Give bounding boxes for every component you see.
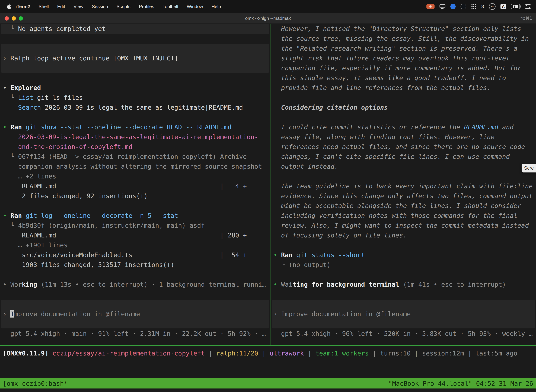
terminal-row: gpt-5.4 xhigh · 96% left · 520K in · 5.8…	[273, 329, 536, 339]
right-agent-pane: However, I noticed the "Directory Struct…	[273, 24, 536, 339]
screen-recording-indicator[interactable]	[426, 4, 435, 9]
blue-app-icon[interactable]	[450, 4, 456, 9]
terminal-content: └ No agents completed yet› Ralph loop ac…	[0, 24, 536, 392]
terminal-row	[273, 319, 536, 329]
terminal-row: README.md | 280 +	[3, 230, 269, 240]
terminal-row: 1903 files changed, 513517 insertions(+)	[3, 260, 269, 270]
apple-logo-icon	[6, 4, 11, 9]
load-gauge-icon[interactable]: .61	[489, 3, 496, 10]
terminal-row: … +1901 lines	[3, 240, 269, 250]
terminal-row	[273, 289, 536, 299]
terminal-row: might be acceptable alongside the file l…	[273, 201, 536, 211]
terminal-row: 2 files changed, 92 insertions(+)	[3, 191, 269, 201]
pane-divider[interactable]	[270, 24, 270, 345]
stat-counter[interactable]: 8	[481, 4, 484, 9]
terminal-row	[3, 319, 269, 329]
terminal-row	[273, 299, 536, 309]
dots-grid-icon[interactable]	[471, 4, 476, 9]
edge-tooltip[interactable]: Scre	[522, 164, 536, 173]
terminal-row: companion analysis without altering the …	[3, 162, 269, 171]
tmux-session-label[interactable]: [omx-cczip0:bash*	[3, 380, 67, 387]
terminal-row: The team guideline is to back every impo…	[273, 181, 536, 191]
menu-shell[interactable]: Shell	[34, 4, 53, 9]
window-title: omx --xhigh --madmax	[0, 13, 536, 23]
terminal-row: changes, I can't cite specific file line…	[273, 152, 536, 162]
terminal-row: gpt-5.4 xhigh · main · 91% left · 2.31M …	[3, 329, 269, 339]
terminal-row: the "Related research writing" section i…	[273, 44, 536, 53]
terminal-row: references need actual files, and since …	[273, 142, 536, 152]
terminal-row: essay file, along with finding root file…	[273, 132, 536, 142]
terminal-row: Considering citation options	[273, 103, 536, 112]
terminal-row	[3, 44, 269, 53]
terminal-row: However, I noticed the "Directory Struct…	[273, 24, 536, 34]
terminal-row: • Ran git status --short	[273, 250, 536, 260]
terminal-row: … +2 lines	[3, 171, 269, 181]
apple-menu[interactable]	[6, 4, 11, 9]
menu-items: iTerm2ShellEditViewSessionScriptsProfile…	[11, 4, 225, 9]
terminal-row: I could cite commit statistics or refere…	[273, 122, 536, 132]
terminal-row: evidence. Since this change only affects…	[273, 191, 536, 201]
menu-window[interactable]: Window	[182, 4, 207, 9]
recording-dot-icon	[429, 5, 431, 8]
terminal-row	[3, 299, 269, 309]
edge-tooltip-text: Scre	[524, 165, 534, 171]
terminal-row: └ (no output)	[273, 260, 536, 270]
terminal-row: └ 067f154 (HEAD -> essay/ai-reimplementa…	[3, 152, 269, 162]
window-title-bar[interactable]: omx --xhigh --madmax ⌥⌘1	[0, 13, 536, 24]
tmux-status-bar: [omx-cczip0:bash* "MacBook-Pro-44.local"…	[0, 378, 536, 388]
menu-toolbelt[interactable]: Toolbelt	[158, 4, 183, 9]
terminal-row: and-the-erosion-of-copyleft.md	[3, 142, 269, 152]
menu-scripts[interactable]: Scripts	[112, 4, 134, 9]
display-icon[interactable]	[440, 4, 445, 9]
menu-help[interactable]: Help	[207, 4, 225, 9]
terminal-row: companion file, especially if more comme…	[273, 63, 536, 73]
terminal-row: README.md | 4 +	[3, 181, 269, 191]
menu-bar: iTerm2ShellEditViewSessionScriptsProfile…	[0, 0, 536, 13]
terminal-row: └ No agents completed yet	[3, 24, 269, 34]
terminal-row: review. Also, I might want to inspect th…	[273, 221, 536, 230]
terminal-row: › Improve documentation in @filename	[3, 309, 269, 319]
terminal-row: └ 4b9d30f (origin/main, instructkr/main,…	[3, 221, 269, 230]
terminal-row: Search 2026-03-09-is-legal-the-same-as-l…	[3, 103, 269, 112]
terminal-row	[273, 171, 536, 181]
terminal-row: src/voice/voiceModeEnabled.ts | 54 +	[3, 250, 269, 260]
terminal-row: 2026-03-09-is-legal-the-same-as-legitima…	[3, 132, 269, 142]
omx-status-line: [OMX#0.11.9] cczip/essay/ai-reimplementa…	[3, 348, 517, 358]
terminal-row: • Waiting for background terminal (1m 41…	[273, 280, 536, 289]
terminal-row: • Ran git log --oneline --decorate -n 5 …	[3, 211, 269, 221]
menubar-status-area: 8 .61 A	[426, 3, 536, 10]
menu-edit[interactable]: Edit	[53, 4, 69, 9]
terminal-row	[273, 93, 536, 103]
dark-app-icon[interactable]	[460, 4, 466, 9]
terminal-row: this single essay, it seems like a good …	[273, 73, 536, 83]
terminal-row	[3, 201, 269, 211]
status-divider	[0, 345, 536, 346]
menu-iterm2[interactable]: iTerm2	[11, 4, 34, 9]
terminal-row: › Improve documentation in @filename	[273, 309, 536, 319]
terminal-row	[3, 112, 269, 122]
battery-icon[interactable]	[511, 4, 520, 9]
load-value: .61	[490, 5, 494, 8]
terminal-row: provide file and line references from th…	[273, 83, 536, 93]
input-source-icon[interactable]: A	[500, 4, 506, 9]
terminal-row	[3, 270, 269, 280]
terminal-row	[273, 270, 536, 280]
tmux-host-time: "MacBook-Pro-44.local" 04:52 31-Mar-26	[388, 380, 533, 387]
menu-session[interactable]: Session	[88, 4, 112, 9]
terminal-row: of focusing solely on file lines.	[273, 230, 536, 240]
terminal-row: output instead.	[273, 162, 536, 171]
terminal-row: › Ralph loop active continue [OMX_TMUX_I…	[3, 53, 269, 63]
menu-profiles[interactable]: Profiles	[135, 4, 158, 9]
window-shortcut-label: ⌥⌘1	[520, 13, 532, 23]
terminal-row: • Ran git show --stat --oneline --decora…	[3, 122, 269, 132]
terminal-row	[3, 289, 269, 299]
terminal-row: └ List git ls-files	[3, 93, 269, 103]
terminal-row	[3, 34, 269, 44]
terminal-row: • Working (11m 13s • esc to interrupt) ·…	[3, 280, 269, 289]
menu-view[interactable]: View	[69, 4, 88, 9]
input-source-letter: A	[502, 4, 505, 9]
terminal-row: • Explored	[3, 83, 269, 93]
terminal-row	[3, 63, 269, 73]
control-center-icon[interactable]	[525, 4, 531, 9]
terminal-row	[3, 73, 269, 83]
